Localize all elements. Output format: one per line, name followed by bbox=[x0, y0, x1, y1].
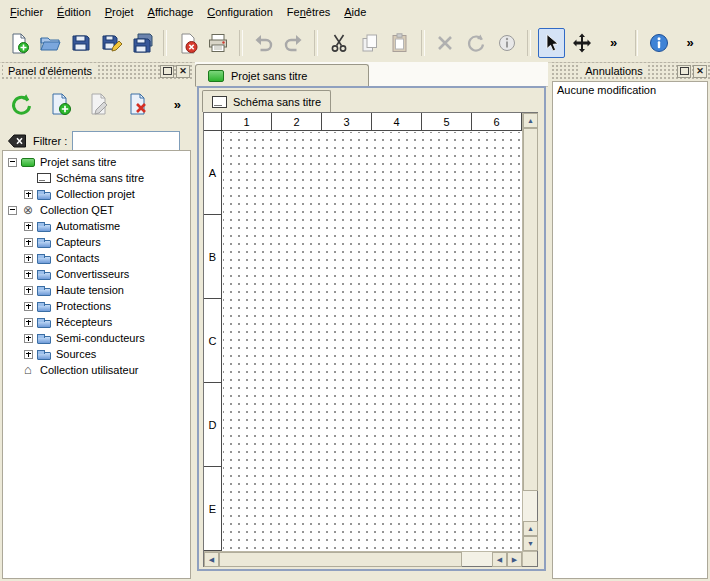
select-tool-button[interactable] bbox=[538, 28, 565, 58]
tree-item-schema-sans-titre[interactable]: Schéma sans titre bbox=[3, 170, 190, 186]
row-headers: ABCDE bbox=[204, 131, 222, 551]
scroll-left-button[interactable]: ◀ bbox=[492, 552, 507, 567]
move-tool-button[interactable] bbox=[569, 28, 596, 58]
row-header-b: B bbox=[204, 215, 222, 299]
tree-item-label: Capteurs bbox=[56, 236, 105, 248]
redo-button[interactable] bbox=[281, 28, 308, 58]
horizontal-scrollbar[interactable]: ◀ ◀ ▶ bbox=[204, 551, 522, 566]
tree-expander-plus-icon[interactable] bbox=[24, 286, 33, 295]
project-window: Schéma sans titre 123456 ABCDE ▲ ▲ ▼ ◀ ◀ bbox=[197, 86, 546, 571]
tree-expander-plus-icon[interactable] bbox=[24, 270, 33, 279]
undo-panel-titlebar[interactable]: Annulations ✕ bbox=[550, 62, 710, 80]
tree-item-recepteurs[interactable]: Récepteurs bbox=[3, 314, 190, 330]
menu-item-fenetres[interactable]: Fenêtres bbox=[280, 3, 337, 21]
paste-button[interactable] bbox=[387, 28, 414, 58]
folder-icon bbox=[37, 272, 51, 280]
tree-expander-plus-icon[interactable] bbox=[24, 238, 33, 247]
tree-expander-minus-icon[interactable] bbox=[8, 158, 17, 167]
diagram-corner bbox=[204, 113, 222, 131]
tree-expander-minus-icon[interactable] bbox=[8, 206, 17, 215]
undo-button[interactable] bbox=[250, 28, 277, 58]
qet-icon: ⊗ bbox=[21, 204, 35, 216]
element-tree[interactable]: Projet sans titreSchéma sans titreCollec… bbox=[2, 150, 191, 579]
float-panel-button[interactable] bbox=[677, 65, 691, 78]
vertical-scrollbar[interactable]: ▲ ▲ ▼ bbox=[522, 113, 537, 551]
scroll-down-button[interactable]: ▼ bbox=[523, 536, 538, 551]
tree-item-label: Sources bbox=[56, 348, 100, 360]
undo-history-list[interactable]: Aucune modification bbox=[552, 81, 708, 579]
close-document-button[interactable] bbox=[174, 28, 201, 58]
toolbar-extension-button[interactable]: » bbox=[676, 28, 704, 58]
save-all-button[interactable] bbox=[130, 28, 157, 58]
save-button[interactable] bbox=[68, 28, 95, 58]
tree-expander-plus-icon[interactable] bbox=[24, 302, 33, 311]
elements-panel-toolbar: » bbox=[0, 80, 193, 128]
home-icon: ⌂ bbox=[21, 364, 35, 376]
vertical-scroll-thumb[interactable] bbox=[523, 128, 538, 491]
menu-item-aide[interactable]: Aide bbox=[337, 3, 373, 21]
info-button[interactable] bbox=[493, 28, 520, 58]
close-panel-button[interactable]: ✕ bbox=[176, 65, 190, 78]
tree-item-collection-utilisateur[interactable]: ⌂Collection utilisateur bbox=[3, 362, 190, 378]
menu-item-configuration[interactable]: Configuration bbox=[200, 3, 280, 21]
panel-toolbar-extension-button[interactable]: » bbox=[170, 97, 185, 112]
delete-element-button[interactable] bbox=[123, 89, 153, 119]
tree-item-label: Collection projet bbox=[56, 188, 139, 200]
reload-collections-button[interactable] bbox=[6, 89, 36, 119]
delete-button[interactable] bbox=[432, 28, 459, 58]
edit-element-button[interactable] bbox=[84, 89, 114, 119]
tree-expander-plus-icon[interactable] bbox=[24, 350, 33, 359]
menu-item-edition[interactable]: Édition bbox=[50, 3, 98, 21]
menu-item-fichier[interactable]: Fichier bbox=[3, 3, 50, 21]
tab-schema[interactable]: Schéma sans titre bbox=[202, 90, 331, 112]
scroll-up-button[interactable]: ▲ bbox=[523, 113, 538, 128]
horizontal-scroll-thumb[interactable] bbox=[219, 552, 462, 567]
tree-expander-plus-icon[interactable] bbox=[24, 254, 33, 263]
open-document-button[interactable] bbox=[37, 28, 64, 58]
filter-input[interactable] bbox=[72, 131, 180, 151]
tree-item-haute-tension[interactable]: Haute tension bbox=[3, 282, 190, 298]
tree-expander-plus-icon[interactable] bbox=[24, 334, 33, 343]
clear-filter-button[interactable] bbox=[6, 132, 28, 150]
tree-expander-plus-icon[interactable] bbox=[24, 222, 33, 231]
tree-item-semi-conducteurs[interactable]: Semi-conducteurs bbox=[3, 330, 190, 346]
menu-item-projet[interactable]: Projet bbox=[98, 3, 141, 21]
row-header-a: A bbox=[204, 131, 222, 215]
tree-item-protections[interactable]: Protections bbox=[3, 298, 190, 314]
new-document-button[interactable] bbox=[6, 28, 33, 58]
print-button[interactable] bbox=[205, 28, 232, 58]
rotate-button[interactable] bbox=[463, 28, 490, 58]
scroll-up-button[interactable]: ▲ bbox=[523, 521, 538, 536]
tree-item-projet-sans-titre[interactable]: Projet sans titre bbox=[3, 154, 190, 170]
elements-panel-titlebar[interactable]: Panel d'éléments ✕ bbox=[0, 62, 193, 80]
tree-item-collection-qet[interactable]: ⊗Collection QET bbox=[3, 202, 190, 218]
schema-icon bbox=[37, 173, 51, 183]
cut-button[interactable] bbox=[325, 28, 352, 58]
float-panel-button[interactable] bbox=[160, 65, 174, 78]
close-panel-button[interactable]: ✕ bbox=[693, 65, 707, 78]
tab-project[interactable]: Projet sans titre bbox=[195, 64, 369, 86]
tree-item-automatisme[interactable]: Automatisme bbox=[3, 218, 190, 234]
tree-item-capteurs[interactable]: Capteurs bbox=[3, 234, 190, 250]
new-element-icon bbox=[48, 92, 72, 116]
save-as-button[interactable] bbox=[99, 28, 126, 58]
tree-expander-plus-icon[interactable] bbox=[24, 190, 33, 199]
tree-item-collection-projet[interactable]: Collection projet bbox=[3, 186, 190, 202]
copy-button[interactable] bbox=[356, 28, 383, 58]
application-window: FichierÉditionProjetAffichageConfigurati… bbox=[0, 0, 710, 581]
float-icon bbox=[680, 67, 689, 75]
tree-item-sources[interactable]: Sources bbox=[3, 346, 190, 362]
tree-item-contacts[interactable]: Contacts bbox=[3, 250, 190, 266]
diagram-canvas[interactable] bbox=[223, 132, 522, 551]
menu-item-affichage[interactable]: Affichage bbox=[141, 3, 201, 21]
new-element-button[interactable] bbox=[45, 89, 75, 119]
scroll-right-button[interactable]: ▶ bbox=[507, 552, 522, 567]
tree-expander-plus-icon[interactable] bbox=[24, 318, 33, 327]
folder-icon bbox=[37, 256, 51, 264]
project-icon bbox=[208, 70, 224, 82]
about-button[interactable] bbox=[645, 28, 672, 58]
scroll-left-button[interactable]: ◀ bbox=[204, 552, 219, 567]
tree-item-convertisseurs[interactable]: Convertisseurs bbox=[3, 266, 190, 282]
toolbar-extension-button[interactable]: » bbox=[600, 28, 628, 58]
column-header-2: 2 bbox=[272, 113, 322, 131]
